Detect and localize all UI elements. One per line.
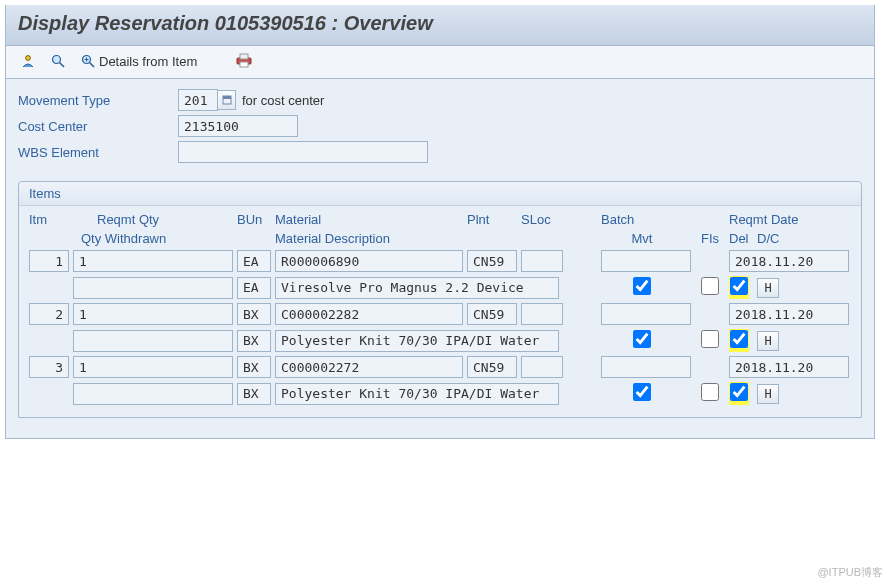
find-button[interactable]	[46, 50, 70, 72]
plnt-input[interactable]	[467, 303, 517, 325]
item-row1	[29, 354, 851, 380]
overview-icon	[19, 52, 37, 70]
movement-type-f4-button[interactable]	[218, 90, 236, 110]
hdr-fis: FIs	[701, 231, 725, 246]
bun-input[interactable]	[237, 303, 271, 325]
items-grid: Itm Reqmt Qty BUn Material Plnt SLoc Bat…	[19, 206, 861, 417]
cost-center-label: Cost Center	[18, 119, 178, 134]
hdr-itm: Itm	[29, 212, 69, 227]
hdr-material: Material	[275, 212, 463, 227]
material-desc-input[interactable]	[275, 383, 559, 405]
material-desc-input[interactable]	[275, 277, 559, 299]
dc-button[interactable]: H	[757, 331, 779, 351]
svg-rect-11	[223, 96, 231, 99]
hdr-plnt: Plnt	[467, 212, 517, 227]
qty-withdrawn-input[interactable]	[73, 277, 233, 299]
fis-checkbox[interactable]	[701, 383, 719, 401]
svg-line-2	[60, 63, 65, 68]
del-checkbox[interactable]	[730, 330, 748, 348]
bun2-input[interactable]	[237, 330, 271, 352]
fis-checkbox[interactable]	[701, 330, 719, 348]
hdr-sloc: SLoc	[521, 212, 563, 227]
item-row2: H	[29, 380, 851, 407]
reqmt-qty-input[interactable]	[73, 356, 233, 378]
row-movement-type: Movement Type for cost center	[18, 89, 862, 111]
reqmt-date-input[interactable]	[729, 356, 849, 378]
overview-button[interactable]	[16, 50, 40, 72]
row-wbs: WBS Element	[18, 141, 862, 163]
qty-withdrawn-input[interactable]	[73, 330, 233, 352]
fis-checkbox[interactable]	[701, 277, 719, 295]
hdr-qty-withdrawn: Qty Withdrawn	[73, 231, 233, 246]
material-input[interactable]	[275, 356, 463, 378]
items-group-title: Items	[19, 182, 861, 206]
item-row1	[29, 248, 851, 274]
itm-input[interactable]	[29, 356, 69, 378]
body-area: Movement Type for cost center Cost Cente…	[6, 79, 874, 438]
cost-center-input[interactable]	[178, 115, 298, 137]
itm-input[interactable]	[29, 250, 69, 272]
hdr-mvt: Mvt	[597, 231, 687, 246]
item-row2: H	[29, 327, 851, 354]
hdr-reqmt-date: Reqmt Date	[729, 212, 849, 227]
details-from-item-button[interactable]: Details from Item	[76, 50, 200, 72]
svg-rect-8	[240, 54, 248, 59]
reqmt-date-input[interactable]	[729, 250, 849, 272]
hdr-del: Del	[729, 231, 753, 246]
hdr-batch: Batch	[601, 212, 691, 227]
dc-button[interactable]: H	[757, 278, 779, 298]
reqmt-qty-input[interactable]	[73, 250, 233, 272]
magnifier-icon	[49, 52, 67, 70]
bun2-input[interactable]	[237, 277, 271, 299]
hdr-material-desc: Material Description	[275, 231, 559, 246]
sloc-input[interactable]	[521, 303, 563, 325]
svg-rect-9	[240, 62, 248, 67]
row-cost-center: Cost Center	[18, 115, 862, 137]
svg-point-1	[53, 56, 61, 64]
svg-point-0	[26, 56, 31, 61]
del-checkbox[interactable]	[730, 277, 748, 295]
material-desc-input[interactable]	[275, 330, 559, 352]
mvt-checkbox[interactable]	[633, 277, 651, 295]
movement-type-input[interactable]	[178, 89, 218, 111]
wbs-label: WBS Element	[18, 145, 178, 160]
toolbar: Details from Item	[6, 46, 874, 79]
del-checkbox[interactable]	[730, 383, 748, 401]
plnt-input[interactable]	[467, 356, 517, 378]
page-title: Display Reservation 0105390516 : Overvie…	[18, 12, 862, 35]
reqmt-date-input[interactable]	[729, 303, 849, 325]
hdr-bun: BUn	[237, 212, 271, 227]
magnifier-plus-icon	[79, 52, 97, 70]
bun2-input[interactable]	[237, 383, 271, 405]
material-input[interactable]	[275, 250, 463, 272]
batch-input[interactable]	[601, 303, 691, 325]
bun-input[interactable]	[237, 356, 271, 378]
batch-input[interactable]	[601, 250, 691, 272]
item-row2: H	[29, 274, 851, 301]
wbs-input[interactable]	[178, 141, 428, 163]
bun-input[interactable]	[237, 250, 271, 272]
f4-help-icon	[222, 95, 232, 105]
sloc-input[interactable]	[521, 356, 563, 378]
svg-line-4	[90, 63, 95, 68]
hdr-reqmt-qty: Reqmt Qty	[73, 212, 233, 227]
material-input[interactable]	[275, 303, 463, 325]
items-header-row-1: Itm Reqmt Qty BUn Material Plnt SLoc Bat…	[29, 210, 851, 229]
items-header-row-2: Qty Withdrawn Material Description Mvt F…	[29, 229, 851, 248]
sloc-input[interactable]	[521, 250, 563, 272]
mvt-checkbox[interactable]	[633, 330, 651, 348]
qty-withdrawn-input[interactable]	[73, 383, 233, 405]
details-from-item-label: Details from Item	[99, 54, 197, 69]
print-button[interactable]	[232, 50, 256, 72]
movement-type-text: for cost center	[242, 93, 324, 108]
reqmt-qty-input[interactable]	[73, 303, 233, 325]
title-bar: Display Reservation 0105390516 : Overvie…	[6, 5, 874, 46]
mvt-checkbox[interactable]	[633, 383, 651, 401]
items-groupbox: Items Itm Reqmt Qty BUn Material Plnt SL…	[18, 181, 862, 418]
plnt-input[interactable]	[467, 250, 517, 272]
batch-input[interactable]	[601, 356, 691, 378]
app-window: Display Reservation 0105390516 : Overvie…	[5, 5, 875, 439]
hdr-dc: D/C	[757, 231, 781, 246]
dc-button[interactable]: H	[757, 384, 779, 404]
itm-input[interactable]	[29, 303, 69, 325]
